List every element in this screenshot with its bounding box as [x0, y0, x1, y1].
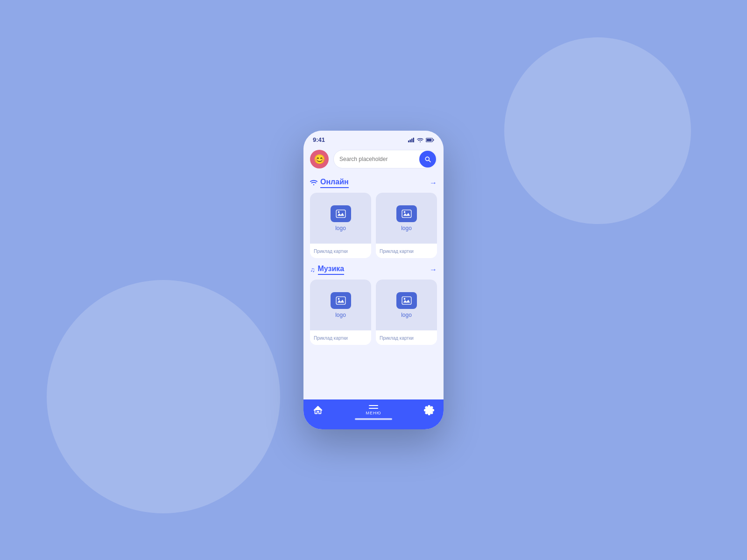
svg-rect-15	[402, 297, 411, 304]
music-section-icon: ♫	[310, 266, 315, 273]
main-content: Онлайн → logo Приклад картки	[303, 173, 444, 399]
home-icon	[313, 405, 323, 415]
image-placeholder-icon-2	[402, 210, 412, 218]
search-input[interactable]	[334, 152, 419, 166]
online-card-2-logo-text: logo	[401, 225, 412, 231]
avatar-icon: 😊	[314, 154, 325, 165]
music-card-2-logo-text: logo	[401, 312, 412, 318]
nav-menu-icon-wrap	[369, 405, 378, 409]
header-row: 😊	[303, 146, 444, 173]
svg-rect-7	[427, 139, 432, 141]
menu-line-2	[369, 408, 378, 409]
nav-items: МЕНЮ	[313, 405, 434, 415]
online-card-1-footer: Приклад картки	[310, 244, 371, 258]
online-cards-grid: logo Приклад картки logo	[310, 193, 437, 258]
online-card-1-icon	[331, 205, 351, 222]
svg-rect-13	[336, 297, 345, 304]
menu-line-1	[369, 405, 378, 406]
status-bar: 9:41	[303, 131, 444, 146]
image-placeholder-icon-3	[336, 296, 346, 305]
online-title-wrap: Онлайн	[310, 178, 349, 188]
wifi-icon	[417, 138, 423, 142]
settings-icon	[424, 405, 434, 415]
music-card-2-label: Приклад картки	[380, 336, 414, 341]
online-card-1-label: Приклад картки	[314, 249, 348, 254]
search-bar	[333, 150, 437, 168]
avatar-button[interactable]: 😊	[310, 150, 329, 168]
svg-rect-0	[408, 140, 409, 142]
music-card-2-icon	[396, 292, 417, 309]
svg-rect-11	[402, 210, 411, 217]
online-arrow[interactable]: →	[430, 179, 437, 187]
online-card-2-label: Приклад картки	[380, 249, 414, 254]
music-card-1-image: logo	[310, 280, 371, 330]
svg-rect-9	[336, 210, 345, 217]
nav-menu-item[interactable]: МЕНЮ	[366, 405, 381, 415]
music-title-wrap: ♫ Музика	[310, 265, 344, 275]
online-title: Онлайн	[320, 178, 349, 188]
svg-point-12	[403, 211, 405, 213]
battery-icon	[426, 138, 434, 142]
online-card-2-image: logo	[376, 193, 437, 244]
svg-rect-6	[433, 139, 434, 140]
online-section-header: Онлайн →	[310, 178, 437, 188]
music-arrow[interactable]: →	[430, 266, 437, 274]
wifi-section-icon	[310, 179, 317, 187]
image-placeholder-icon	[336, 210, 346, 218]
phone-frame: 9:41 😊	[303, 131, 444, 429]
music-card-1-icon	[331, 292, 351, 309]
svg-point-8	[313, 184, 314, 185]
music-card-1-label: Приклад картки	[314, 336, 348, 341]
status-icons	[408, 138, 434, 142]
online-card-1-image: logo	[310, 193, 371, 244]
music-title: Музика	[318, 265, 345, 275]
search-button[interactable]	[419, 151, 436, 168]
music-card-2-image: logo	[376, 280, 437, 330]
image-placeholder-icon-4	[402, 296, 412, 305]
online-card-2-footer: Приклад картки	[376, 244, 437, 258]
online-card-1[interactable]: logo Приклад картки	[310, 193, 371, 258]
svg-rect-1	[410, 140, 411, 142]
music-card-1-logo-text: logo	[335, 312, 346, 318]
music-cards-grid: logo Приклад картки logo	[310, 280, 437, 345]
music-section-header: ♫ Музика →	[310, 265, 437, 275]
search-icon	[424, 155, 431, 163]
music-card-2-footer: Приклад картки	[376, 330, 437, 345]
nav-home-button[interactable]	[313, 405, 323, 415]
music-card-2[interactable]: logo Приклад картки	[376, 280, 437, 345]
music-card-1-footer: Приклад картки	[310, 330, 371, 345]
svg-rect-2	[411, 139, 413, 142]
nav-settings-button[interactable]	[424, 405, 434, 415]
svg-point-16	[403, 298, 405, 300]
online-card-1-logo-text: logo	[335, 225, 346, 231]
svg-point-10	[338, 211, 339, 213]
nav-menu-label: МЕНЮ	[366, 411, 381, 415]
music-card-1[interactable]: logo Приклад картки	[310, 280, 371, 345]
svg-rect-3	[413, 138, 415, 142]
home-indicator	[355, 418, 392, 420]
online-card-2-icon	[396, 205, 417, 222]
online-card-2[interactable]: logo Приклад картки	[376, 193, 437, 258]
signal-icon	[408, 138, 415, 142]
svg-point-4	[420, 141, 421, 142]
status-time: 9:41	[313, 136, 325, 143]
bottom-nav: МЕНЮ	[303, 399, 444, 429]
svg-point-14	[338, 298, 339, 300]
